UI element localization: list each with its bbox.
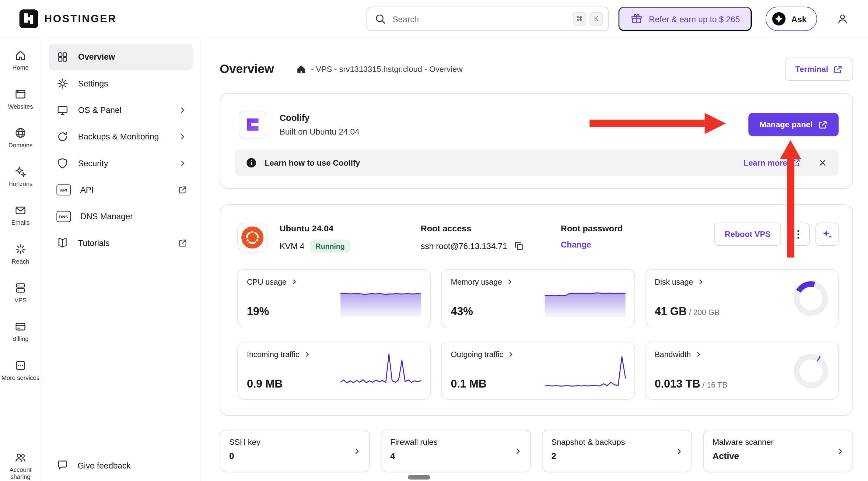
credit-card-icon bbox=[14, 321, 27, 333]
bandwidth-value: 0.013 TB/ 16 TB bbox=[655, 378, 727, 390]
change-password-link[interactable]: Change bbox=[561, 240, 591, 249]
ssh-command: ssh root@76.13.134.71 bbox=[421, 241, 507, 250]
terminal-button[interactable]: Terminal bbox=[785, 58, 853, 81]
sidebar-item-security[interactable]: Security bbox=[49, 150, 193, 177]
learn-more-link[interactable]: Learn more bbox=[744, 158, 800, 167]
reboot-vps-button[interactable]: Reboot VPS bbox=[714, 222, 781, 246]
chevron-right-icon bbox=[303, 351, 311, 358]
refer-earn-label: Refer & earn up to $ 265 bbox=[649, 14, 740, 24]
chevron-right-icon bbox=[695, 351, 703, 358]
bandwidth-card: Bandwidth 0.013 TB/ 16 TB bbox=[645, 341, 838, 400]
sidebar-item-backups-monitoring[interactable]: Backups & Monitoring bbox=[49, 124, 193, 150]
server-stack-icon bbox=[14, 282, 27, 294]
sidebar-item-os-panel[interactable]: OS & Panel bbox=[49, 97, 193, 123]
rail-item-home[interactable]: Home bbox=[0, 45, 41, 83]
chevron-right-icon bbox=[178, 132, 187, 141]
sparkle-icon bbox=[821, 228, 833, 240]
manage-panel-button[interactable]: Manage panel bbox=[748, 113, 838, 136]
rail-item-billing[interactable]: Billing bbox=[0, 316, 41, 355]
banner-close-icon[interactable] bbox=[816, 156, 829, 170]
root-access-label: Root access bbox=[421, 224, 561, 234]
chevron-right-icon bbox=[697, 278, 705, 285]
hostinger-logo[interactable]: HOSTINGER bbox=[20, 9, 117, 28]
copy-icon[interactable] bbox=[513, 240, 525, 252]
rail-item-websites[interactable]: Websites bbox=[0, 84, 41, 122]
kebab-menu-button[interactable]: ⋮ bbox=[787, 222, 810, 246]
os-name: Ubuntu 24.04 bbox=[280, 224, 421, 234]
bandwidth-donut-chart bbox=[794, 354, 828, 388]
cpu-usage-link[interactable]: CPU usage bbox=[247, 277, 298, 286]
panel-card: Coolify Built on Ubuntu 24.04 Manage pan… bbox=[220, 93, 853, 189]
rail-item-domains[interactable]: Domains bbox=[0, 122, 41, 161]
vps-sidebar: Overview Settings OS & Panel Backups & M… bbox=[41, 38, 200, 481]
give-feedback-button[interactable]: Give feedback bbox=[49, 459, 193, 471]
coolify-info-banner: Learn how to use Coolify Learn more bbox=[235, 149, 838, 176]
shortcut-k-key: K bbox=[590, 12, 603, 26]
search-input[interactable] bbox=[392, 14, 573, 24]
info-icon bbox=[246, 157, 257, 168]
vps-status-card: Ubuntu 24.04 KVM 4 Running Root access s… bbox=[220, 204, 853, 416]
ask-assistant-button[interactable]: Ask bbox=[766, 7, 817, 31]
rail-item-account-sharing[interactable]: Account sharing bbox=[0, 447, 41, 481]
cpu-usage-value: 19% bbox=[247, 305, 269, 318]
bandwidth-link[interactable]: Bandwidth bbox=[655, 350, 703, 359]
browser-window-icon bbox=[14, 88, 27, 100]
cpu-sparkline-chart bbox=[340, 278, 423, 319]
search-bar: ⌘ K bbox=[366, 7, 609, 31]
root-password-label: Root password bbox=[561, 224, 623, 234]
plan-name: KVM 4 bbox=[280, 241, 305, 251]
ai-assistant-button[interactable] bbox=[815, 222, 838, 246]
kodee-ai-icon bbox=[772, 11, 786, 26]
external-link-icon bbox=[833, 64, 842, 74]
quick-links-row: SSH key 0 Firewall rules 4 Snapshot & ba… bbox=[220, 429, 853, 472]
book-icon bbox=[57, 237, 69, 249]
coolify-logo bbox=[239, 111, 266, 139]
starburst-icon bbox=[14, 243, 27, 255]
outgoing-traffic-link[interactable]: Outgoing traffic bbox=[451, 350, 515, 359]
rail-item-reach[interactable]: Reach bbox=[0, 239, 41, 277]
breadcrumb: - VPS - srv1313315.hstgr.cloud - Overvie… bbox=[296, 64, 463, 74]
outgoing-traffic-card: Outgoing traffic 0.1 MB bbox=[441, 341, 634, 400]
main-content: Overview - VPS - srv1313315.hstgr.cloud … bbox=[200, 38, 868, 481]
rail-item-more-services[interactable]: More services bbox=[0, 355, 41, 394]
panel-subtitle: Built on Ubuntu 24.04 bbox=[280, 127, 360, 137]
external-link-icon bbox=[178, 239, 187, 247]
malware-scanner-card[interactable]: Malware scanner Active bbox=[703, 429, 853, 472]
incoming-traffic-link[interactable]: Incoming traffic bbox=[247, 350, 311, 359]
page-title: Overview bbox=[220, 62, 274, 77]
disk-usage-card: Disk usage 41 GB/ 200 GB bbox=[645, 269, 838, 327]
disk-usage-donut-chart bbox=[794, 281, 828, 315]
usage-stats-grid: CPU usage 19% Memory usage 43% bbox=[238, 269, 838, 400]
shield-icon bbox=[57, 157, 69, 170]
horizontal-scrollbar-thumb[interactable] bbox=[408, 475, 430, 480]
shortcut-cmd-key: ⌘ bbox=[573, 12, 587, 26]
rail-item-horizons[interactable]: Horizons bbox=[0, 161, 41, 200]
monitor-icon bbox=[57, 104, 69, 116]
banner-text: Learn how to use Coolify bbox=[265, 158, 360, 167]
more-services-icon bbox=[14, 359, 27, 371]
sidebar-item-tutorials[interactable]: Tutorials bbox=[49, 230, 193, 256]
sidebar-item-settings[interactable]: Settings bbox=[49, 70, 193, 97]
sidebar-item-dns-manager[interactable]: DNS DNS Manager bbox=[49, 203, 193, 230]
home-icon bbox=[14, 49, 27, 61]
memory-usage-link[interactable]: Memory usage bbox=[451, 277, 514, 286]
api-badge-icon: API bbox=[57, 184, 71, 196]
disk-usage-link[interactable]: Disk usage bbox=[655, 277, 705, 286]
account-menu-button[interactable] bbox=[834, 10, 851, 28]
firewall-rules-card[interactable]: Firewall rules 4 bbox=[381, 429, 531, 472]
ssh-key-card[interactable]: SSH key 0 bbox=[220, 429, 370, 472]
chat-bubble-icon bbox=[57, 459, 69, 471]
hostinger-h-icon bbox=[20, 9, 38, 28]
search-icon bbox=[375, 13, 386, 24]
refresh-icon bbox=[57, 130, 69, 143]
incoming-traffic-value: 0.9 MB bbox=[247, 378, 282, 390]
external-link-icon bbox=[818, 120, 828, 129]
sidebar-item-overview[interactable]: Overview bbox=[49, 44, 193, 70]
sidebar-item-api[interactable]: API API bbox=[49, 177, 193, 203]
primary-nav-rail: Home Websites Domains Horizons Emails Re… bbox=[0, 38, 41, 481]
memory-sparkline-chart bbox=[544, 278, 627, 319]
refer-earn-button[interactable]: Refer & earn up to $ 265 bbox=[618, 7, 752, 31]
rail-item-emails[interactable]: Emails bbox=[0, 200, 41, 239]
snapshot-backups-card[interactable]: Snapshot & backups 2 bbox=[542, 429, 692, 472]
rail-item-vps[interactable]: VPS bbox=[0, 277, 41, 316]
